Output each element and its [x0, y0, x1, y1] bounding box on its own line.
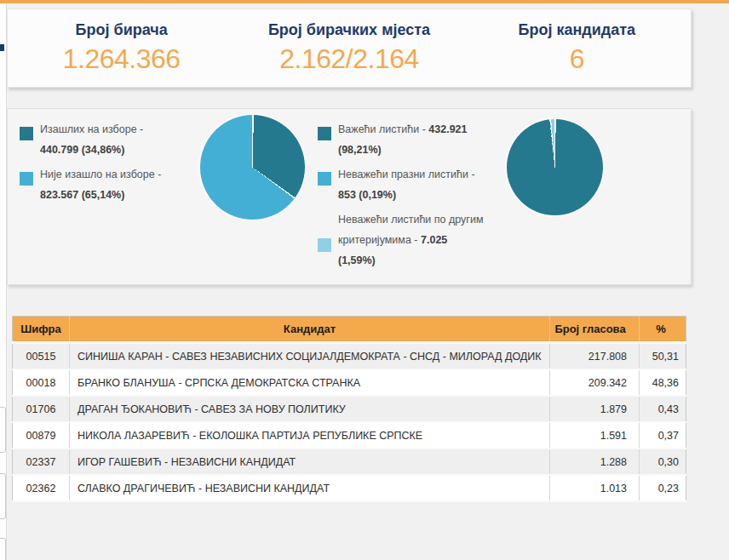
legend-item: Изашлих на изборе - 440.799 (34,86%) — [20, 119, 190, 160]
legend-text: Неважећи празни листићи - 853 (0,19%) — [338, 164, 484, 205]
stat-polling-stations-label: Број бирачких мјеста — [235, 21, 462, 39]
legend-swatch-other-invalid-ballots — [318, 238, 331, 252]
cell-votes: 217.808 — [550, 343, 640, 370]
legend-label: Неважећи празни листићи - — [338, 169, 475, 180]
col-header-percent: % — [640, 317, 686, 343]
stat-polling-stations-value: 2.162/2.164 — [235, 43, 462, 75]
legend-item: Неважећи празни листићи - 853 (0,19%) — [318, 164, 484, 205]
left-edge-fragment — [0, 473, 6, 519]
cell-code: 00018 — [13, 369, 70, 396]
legend-item: Није изашло на изборе - 823.567 (65,14%) — [20, 164, 190, 205]
legend-value: 440.799 (34,86%) — [40, 144, 124, 156]
left-edge-fragment — [0, 538, 6, 560]
cell-percent: 0,37 — [640, 422, 686, 449]
cell-code: 02362 — [13, 475, 70, 501]
table-row: 00879 НИКОЛА ЛАЗАРЕВИЋ - ЕКОЛОШКА ПАРТИЈ… — [13, 422, 686, 449]
summary-panel: Број бирача 1.264.366 Број бирачких мјес… — [7, 9, 692, 88]
cell-candidate: НИКОЛА ЛАЗАРЕВИЋ - ЕКОЛОШКА ПАРТИЈА РЕПУ… — [70, 422, 550, 449]
legend-swatch-blank-ballots — [318, 172, 331, 186]
cell-code: 02337 — [13, 449, 70, 475]
cell-candidate: СЛАВКО ДРАГИЧЕВИЋ - НЕЗАВИСНИ КАНДИДАТ — [70, 475, 550, 501]
legend-swatch-valid-ballots — [318, 127, 331, 140]
left-edge-panel — [0, 3, 7, 560]
legend-swatch-turnout-voted — [20, 127, 33, 140]
col-header-candidate: Кандидат — [70, 317, 550, 343]
legend-text: Важећи листићи - 432.921 (98,21%) — [338, 119, 484, 160]
left-edge-marker — [0, 44, 4, 51]
table-row: 02362 СЛАВКО ДРАГИЧЕВИЋ - НЕЗАВИСНИ КАНД… — [13, 475, 686, 501]
cell-percent: 0,43 — [640, 396, 686, 422]
legend-label: Неважећи листићи по другим критеријумима… — [338, 214, 483, 246]
legend-item: Неважећи листићи по другим критеријумима… — [318, 209, 484, 271]
legend-text: Није изашло на изборе - 823.567 (65,14%) — [40, 164, 183, 205]
cell-percent: 48,36 — [640, 369, 686, 396]
cell-votes: 1.288 — [550, 449, 640, 475]
cell-votes: 209.342 — [550, 369, 640, 396]
legend-label: Није изашло на изборе - — [40, 169, 161, 180]
turnout-pie-chart — [200, 115, 305, 220]
col-header-votes: Број гласова — [550, 317, 640, 343]
ballots-pie-chart — [507, 119, 603, 215]
ballots-legend: Важећи листићи - 432.921 (98,21%) Неваже… — [318, 119, 484, 275]
results-table: Шифра Кандидат Број гласова % 00515 СИНИ… — [12, 316, 686, 502]
table-row: 01706 ДРАГАН ЂОКАНОВИЋ - САВЕЗ ЗА НОВУ П… — [13, 396, 686, 422]
cell-votes: 1.879 — [550, 396, 640, 422]
cell-votes: 1.591 — [550, 422, 640, 449]
cell-candidate: ДРАГАН ЂОКАНОВИЋ - САВЕЗ ЗА НОВУ ПОЛИТИК… — [70, 396, 550, 422]
legend-item: Важећи листићи - 432.921 (98,21%) — [318, 119, 484, 160]
stat-voters: Број бирача 1.264.366 — [8, 9, 235, 87]
charts-panel: Изашлих на изборе - 440.799 (34,86%) Ниј… — [7, 108, 692, 285]
cell-code: 00515 — [13, 343, 70, 370]
legend-value: 853 (0,19%) — [338, 189, 396, 201]
stat-voters-label: Број бирача — [8, 21, 235, 39]
left-edge-fragment — [0, 407, 6, 453]
cell-candidate: ИГОР ГАШЕВИЋ - НЕЗАВИСНИ КАНДИДАТ — [70, 449, 550, 475]
table-row: 00018 БРАНКО БЛАНУША - СРПСКА ДЕМОКРАТСК… — [13, 369, 686, 396]
stat-candidates-label: Број кандидата — [463, 21, 691, 39]
cell-code: 00879 — [13, 422, 70, 449]
results-table-header: Шифра Кандидат Број гласова % — [13, 317, 686, 343]
legend-value: 823.567 (65,14%) — [40, 189, 124, 201]
legend-label: Изашлих на изборе - — [40, 123, 143, 135]
cell-percent: 50,31 — [640, 343, 686, 370]
col-header-code: Шифра — [13, 317, 70, 343]
top-accent-bar — [0, 0, 729, 3]
legend-text: Неважећи листићи по другим критеријумима… — [338, 209, 484, 271]
cell-votes: 1.013 — [550, 475, 640, 501]
cell-percent: 0,30 — [640, 449, 686, 475]
stat-voters-value: 1.264.366 — [8, 43, 235, 75]
legend-swatch-turnout-not-voted — [20, 172, 33, 186]
cell-candidate: СИНИША КАРАН - САВЕЗ НЕЗАВИСНИХ СОЦИЈАЛД… — [70, 343, 550, 370]
legend-label: Важећи листићи - — [338, 123, 428, 135]
table-row: 02337 ИГОР ГАШЕВИЋ - НЕЗАВИСНИ КАНДИДАТ … — [13, 449, 686, 475]
stat-candidates-value: 6 — [463, 43, 691, 75]
turnout-legend: Изашлих на изборе - 440.799 (34,86%) Ниј… — [20, 119, 190, 209]
cell-code: 01706 — [13, 396, 70, 422]
cell-percent: 0,23 — [640, 475, 686, 501]
legend-text: Изашлих на изборе - 440.799 (34,86%) — [40, 119, 183, 160]
stat-polling-stations: Број бирачких мјеста 2.162/2.164 — [235, 9, 462, 87]
stat-candidates: Број кандидата 6 — [463, 9, 691, 87]
table-row: 00515 СИНИША КАРАН - САВЕЗ НЕЗАВИСНИХ СО… — [13, 343, 686, 370]
cell-candidate: БРАНКО БЛАНУША - СРПСКА ДЕМОКРАТСКА СТРА… — [70, 369, 550, 396]
